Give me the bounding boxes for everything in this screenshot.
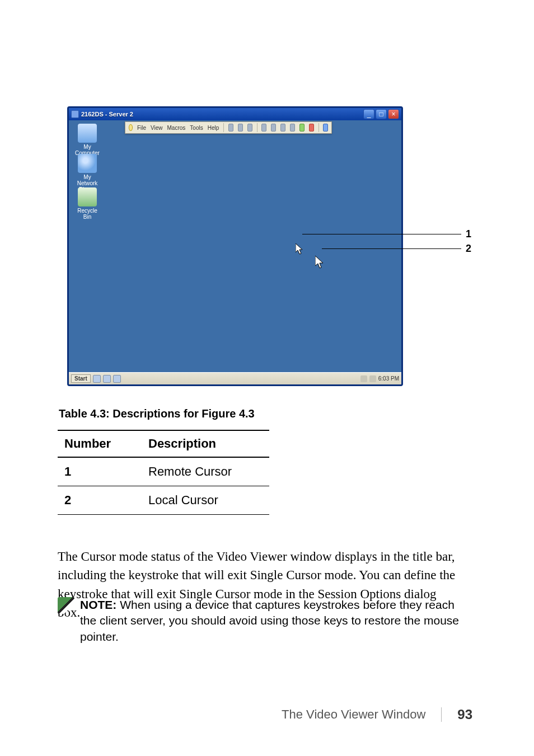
toolbar-icon[interactable] — [238, 124, 243, 132]
callout-number-1: 1 — [466, 228, 471, 240]
note-text: NOTE: When using a device that captures … — [80, 597, 461, 645]
monitor-icon — [78, 124, 97, 143]
table-header-number: Number — [58, 430, 142, 457]
taskbar-clock: 6:03 PM — [378, 375, 399, 382]
taskbar: Start 6:03 PM — [69, 372, 401, 384]
toolbar-icon[interactable] — [247, 124, 252, 132]
note-pencil-icon — [58, 597, 74, 614]
desktop-icon-my-network[interactable]: My Network Places — [73, 154, 101, 192]
note-block: NOTE: When using a device that captures … — [58, 597, 461, 645]
recycle-bin-icon — [78, 187, 97, 206]
desktop-icon-my-computer[interactable]: My Computer — [73, 124, 101, 156]
desktop-icon-recycle-bin[interactable]: Recycle Bin — [73, 187, 101, 220]
toolbar-icon[interactable] — [228, 124, 233, 132]
pin-icon[interactable] — [129, 124, 133, 131]
window-title: 2162DS - Server 2 — [81, 111, 363, 118]
tray-icon[interactable] — [360, 375, 367, 382]
table-cell-description: Remote Cursor — [142, 457, 269, 486]
callout-leader — [302, 234, 461, 234]
toolbar-icon[interactable] — [271, 124, 276, 132]
minimize-icon[interactable]: _ — [363, 109, 374, 119]
page-footer: The Video Viewer Window 93 — [0, 707, 534, 722]
menu-help[interactable]: Help — [208, 125, 219, 131]
table-cell-number: 1 — [58, 457, 142, 486]
quick-launch-icon[interactable] — [93, 375, 101, 383]
app-icon — [71, 110, 79, 118]
viewer-toolbar: File View Macros Tools Help — [125, 121, 332, 134]
quick-launch-icon[interactable] — [103, 375, 111, 383]
footer-separator — [441, 707, 442, 722]
start-button[interactable]: Start — [71, 374, 91, 383]
menu-macros[interactable]: Macros — [167, 125, 186, 131]
descriptions-table: Number Description 1 Remote Cursor 2 Loc… — [58, 430, 269, 515]
video-viewer-screenshot: 2162DS - Server 2 _ □ × My Computer My N… — [67, 106, 470, 386]
callout-number-2: 2 — [466, 243, 471, 255]
toolbar-icon[interactable] — [299, 124, 305, 132]
quick-launch-icon[interactable] — [113, 375, 121, 383]
toolbar-icon[interactable] — [290, 124, 295, 132]
menu-tools[interactable]: Tools — [190, 125, 203, 131]
menu-view[interactable]: View — [151, 125, 163, 131]
toolbar-icon[interactable] — [280, 124, 285, 132]
footer-section-title: The Video Viewer Window — [282, 707, 425, 722]
icon-label: Recycle Bin — [77, 208, 97, 220]
table-header-description: Description — [142, 430, 269, 457]
table-row: 2 Local Cursor — [58, 486, 269, 515]
network-places-icon — [78, 154, 97, 173]
table-row: 1 Remote Cursor — [58, 457, 269, 486]
page-number: 93 — [457, 707, 472, 722]
close-icon[interactable]: × — [388, 109, 399, 119]
callout-leader — [322, 248, 461, 249]
toolbar-icon[interactable] — [309, 124, 314, 132]
toolbar-icon[interactable] — [261, 124, 266, 132]
note-body-text: When using a device that captures keystr… — [80, 598, 459, 643]
tray-icon[interactable] — [369, 375, 376, 382]
maximize-icon[interactable]: □ — [376, 109, 387, 119]
table-cell-description: Local Cursor — [142, 486, 269, 515]
table-caption: Table 4.3: Descriptions for Figure 4.3 — [59, 407, 255, 420]
remote-desktop-area: My Computer My Network Places Recycle Bi… — [69, 120, 401, 372]
menu-file[interactable]: File — [137, 125, 146, 131]
note-label: NOTE: — [80, 598, 116, 611]
window-titlebar: 2162DS - Server 2 _ □ × — [69, 108, 401, 120]
table-cell-number: 2 — [58, 486, 142, 515]
video-viewer-window: 2162DS - Server 2 _ □ × My Computer My N… — [67, 106, 403, 386]
toolbar-icon[interactable] — [323, 124, 328, 132]
